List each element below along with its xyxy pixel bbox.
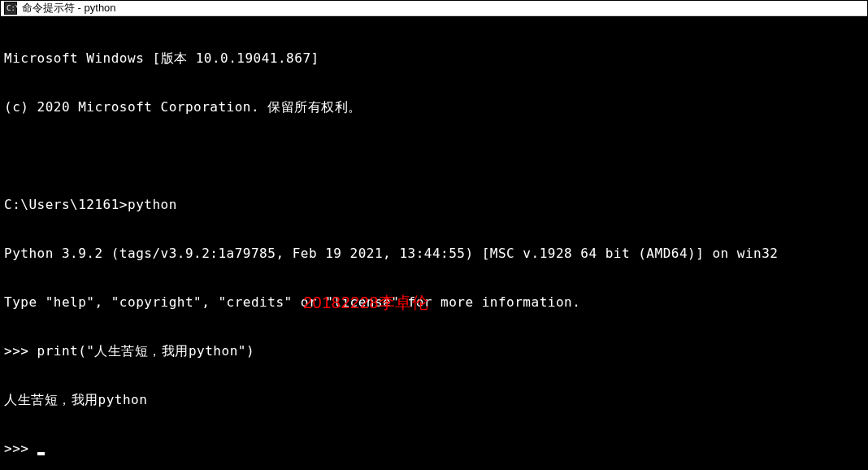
terminal-line: Type "help", "copyright", "credits" or "… (4, 294, 864, 311)
svg-text:C:\: C:\ (7, 4, 17, 12)
command-prompt-window: C:\ 命令提示符 - python Microsoft Windows [版本… (0, 0, 868, 470)
terminal-line: C:\Users\12161>python (4, 197, 864, 213)
titlebar[interactable]: C:\ 命令提示符 - python (1, 1, 867, 16)
window-title: 命令提示符 - python (22, 1, 116, 15)
terminal-line: Microsoft Windows [版本 10.0.19041.867] (4, 50, 864, 67)
terminal-line: Python 3.9.2 (tags/v3.9.2:1a79785, Feb 1… (4, 246, 864, 262)
terminal-area[interactable]: Microsoft Windows [版本 10.0.19041.867] (c… (1, 16, 867, 470)
watermark-text: 20182228李卓伦 (303, 294, 428, 311)
terminal-line: 人生苦短，我用python (4, 392, 864, 408)
terminal-line: >>> print("人生苦短，我用python") (4, 343, 864, 359)
prompt-prefix: >>> (4, 441, 37, 456)
cursor (37, 452, 45, 455)
cmd-icon: C:\ (4, 2, 17, 15)
terminal-prompt-line: >>> (4, 441, 864, 457)
blank-line (4, 148, 864, 164)
terminal-line: (c) 2020 Microsoft Corporation. 保留所有权利。 (4, 99, 864, 115)
